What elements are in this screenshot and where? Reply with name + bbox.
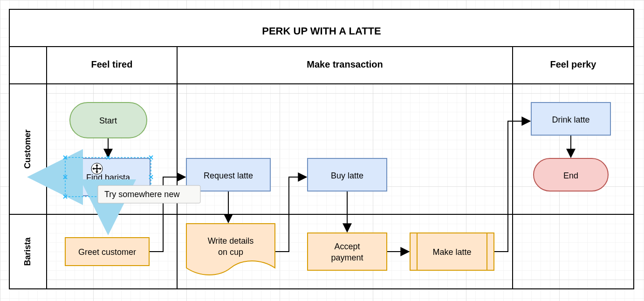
- pool-title: PERK UP WITH A LATTE: [262, 25, 381, 37]
- node-end[interactable]: End: [534, 158, 608, 191]
- node-find-barista-label: Find barista: [86, 173, 130, 182]
- node-write-details-label1: Write details: [208, 236, 254, 246]
- move-cursor-icon: [91, 163, 103, 174]
- lane-customer-label: Customer: [23, 130, 32, 169]
- node-make-latte-label: Make latte: [432, 247, 471, 257]
- lane-barista-label: Barista: [23, 237, 32, 266]
- phase-feel-perky-label: Feel perky: [550, 59, 597, 69]
- node-start-label: Start: [99, 116, 117, 125]
- node-drink-latte[interactable]: Drink latte: [531, 103, 610, 135]
- node-end-label: End: [563, 171, 578, 180]
- node-accept-payment-label2: payment: [331, 253, 363, 262]
- svg-rect-7: [308, 233, 387, 270]
- lane-header-blank: [9, 47, 47, 84]
- node-buy-latte-label: Buy latte: [331, 171, 363, 180]
- node-greet-customer[interactable]: Greet customer: [65, 238, 149, 266]
- node-buy-latte[interactable]: Buy latte: [308, 158, 387, 191]
- node-request-latte-label: Request latte: [204, 171, 253, 180]
- tooltip: Try somewhere new: [98, 185, 200, 203]
- node-drink-latte-label: Drink latte: [552, 115, 589, 124]
- phase-feel-tired-label: Feel tired: [91, 59, 133, 69]
- node-make-latte[interactable]: Make latte: [410, 233, 494, 270]
- tooltip-text: Try somewhere new: [104, 190, 180, 199]
- phase-make-transaction-label: Make transaction: [307, 59, 383, 69]
- node-start[interactable]: Start: [70, 103, 147, 138]
- node-greet-customer-label: Greet customer: [78, 247, 136, 257]
- node-accept-payment[interactable]: Accept payment: [308, 233, 387, 270]
- node-write-details-label2: on cup: [218, 247, 243, 257]
- node-accept-payment-label1: Accept: [334, 242, 360, 251]
